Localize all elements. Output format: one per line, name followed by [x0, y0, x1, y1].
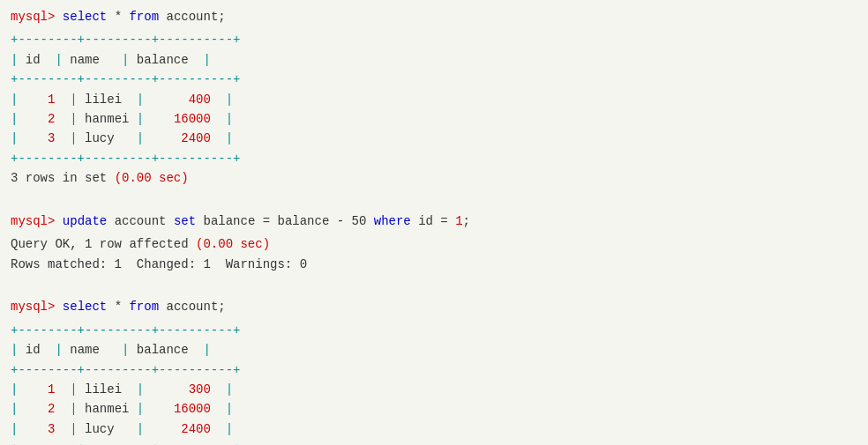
table1-row1: | 1 | lilei | 400 |: [11, 90, 857, 109]
select-keyword2: select: [63, 300, 107, 314]
terminal: mysql> select * from account; +--------+…: [11, 7, 857, 445]
from-keyword1: from: [129, 10, 159, 24]
table2-row3: | 3 | lucy | 2400 |: [11, 419, 857, 439]
table2-border-mid: +--------+---------+----------+: [11, 360, 857, 380]
table2-header: | id | name | balance |: [11, 340, 857, 360]
table1-border-bot: +--------+---------+----------+: [11, 149, 857, 168]
spacer2: [11, 278, 857, 297]
table1-header: | id | name | balance |: [11, 50, 857, 70]
update-keyword: update: [63, 214, 107, 228]
table2-row1: | 1 | lilei | 300 |: [11, 380, 857, 399]
prompt1: mysql>: [11, 10, 55, 24]
table1-row2: | 2 | hanmei | 16000 |: [11, 109, 857, 129]
prompt2: mysql>: [11, 214, 55, 228]
table1-border-mid: +--------+---------+----------+: [11, 70, 857, 89]
where-keyword: where: [374, 214, 411, 228]
query1-line: mysql> select * from account;: [11, 7, 857, 26]
select-keyword1: select: [63, 10, 107, 24]
table2-row2: | 2 | hanmei | 16000 |: [11, 399, 857, 419]
from-keyword2: from: [129, 300, 159, 314]
query2-line: mysql> update account set balance = bala…: [11, 211, 857, 231]
rows-matched-line: Rows matched: 1 Changed: 1 Warnings: 0: [11, 255, 857, 274]
result1-line: 3 rows in set (0.00 sec): [11, 168, 857, 188]
table1-border-top: +--------+---------+----------+: [11, 30, 857, 49]
query-ok-line: Query OK, 1 row affected (0.00 sec): [11, 234, 857, 254]
spacer1: [11, 192, 857, 211]
set-keyword: set: [174, 214, 196, 228]
query3-line: mysql> select * from account;: [11, 297, 857, 316]
table1-row3: | 3 | lucy | 2400 |: [11, 129, 857, 148]
table2-border-bot: +--------+---------+----------+: [11, 439, 857, 445]
table2-border-top: +--------+---------+----------+: [11, 321, 857, 340]
prompt3: mysql>: [11, 300, 55, 314]
